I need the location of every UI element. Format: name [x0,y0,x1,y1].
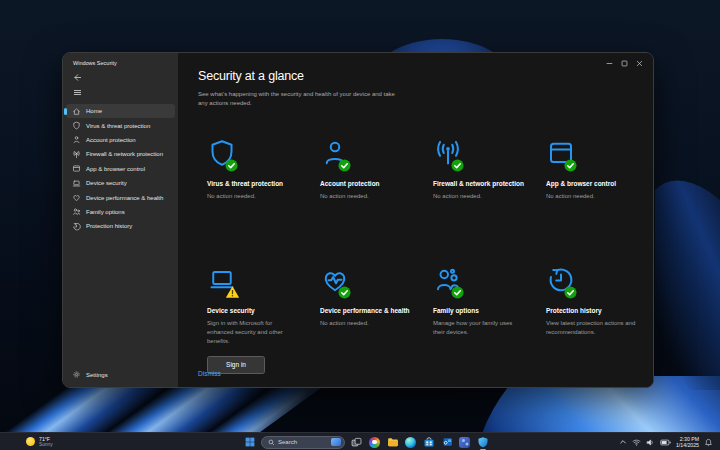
family-icon [72,207,81,216]
notification-bell-button[interactable] [704,438,713,447]
task-view-button[interactable] [350,436,363,449]
taskbar-weather-widget[interactable]: 71°F Sunny [26,436,53,448]
weather-text: 71°F Sunny [39,436,53,448]
sidebar-item-family-options[interactable]: Family options [66,205,175,219]
start-button[interactable] [243,436,256,449]
tile-virus-threat-protection[interactable]: Virus & threat protection No action need… [207,138,302,265]
taskbar-clock[interactable]: 2:30 PM 1/14/2025 [676,436,699,449]
settings-label: Settings [86,372,108,378]
tile-app-browser-control[interactable]: App & browser control No action needed. [546,138,641,265]
windows-security-window: Windows Security Home Virus & threat [62,52,654,388]
sidebar-item-protection-history[interactable]: Protection history [66,219,175,233]
outlook-mail-button[interactable] [440,436,453,449]
tile-status: Manage how your family uses their device… [433,319,525,338]
maximize-button[interactable] [617,58,632,69]
browser-window-icon [546,138,578,172]
check-badge-icon [451,286,464,299]
tile-status: Sign in with Microsoft for enhanced secu… [207,319,299,347]
tray-chevron-button[interactable] [619,438,627,446]
check-badge-icon [564,159,577,172]
tile-status: No action needed. [207,192,299,201]
sidebar-item-label: App & browser control [86,166,145,172]
back-button[interactable] [63,66,85,82]
tile-label: Account protection [320,179,415,189]
sidebar-item-label: Family options [86,209,125,215]
tile-status: No action needed. [546,192,638,201]
security-shield-icon [477,436,489,448]
check-badge-icon [338,286,351,299]
tray-date: 1/14/2025 [676,442,699,449]
taskbar-center: Search [243,435,489,449]
close-button[interactable] [632,58,647,69]
app-window-icon [72,164,81,173]
sidebar-item-label: Protection history [86,223,132,229]
sidebar-item-label: Device performance & health [86,195,163,201]
laptop-icon [72,179,81,188]
system-tray: 2:30 PM 1/14/2025 [619,435,713,449]
tile-label: Family options [433,306,528,316]
sidebar-item-label: Account protection [86,137,136,143]
sidebar-item-account-protection[interactable]: Account protection [66,133,175,147]
edge-browser-button[interactable] [404,436,417,449]
file-explorer-button[interactable] [386,436,399,449]
tile-status: No action needed. [320,319,412,328]
search-icon [268,439,275,446]
sunny-weather-icon [26,437,35,446]
tile-firewall-network-protection[interactable]: Firewall & network protection No action … [433,138,528,265]
history-clock-icon [546,265,578,299]
hamburger-menu-button[interactable] [63,82,85,97]
app-button[interactable] [458,436,471,449]
back-arrow-icon [73,73,85,82]
task-view-icon [351,437,362,448]
home-icon [72,107,81,116]
sidebar-item-virus-threat-protection[interactable]: Virus & threat protection [66,118,175,132]
desktop: Windows Security Home Virus & threat [0,0,720,450]
sidebar-item-device-performance-health[interactable]: Device performance & health [66,190,175,204]
warning-badge-icon [225,285,240,299]
sidebar-item-firewall-network-protection[interactable]: Firewall & network protection [66,147,175,161]
tile-status: No action needed. [320,192,412,201]
tile-status: View latest protection actions and recom… [546,319,638,338]
history-clock-icon [72,222,81,231]
tile-label: Protection history [546,306,641,316]
sidebar-item-home[interactable]: Home [66,104,175,118]
gear-icon [72,370,81,379]
tile-account-protection[interactable]: Account protection No action needed. [320,138,415,265]
hamburger-icon [73,88,85,97]
sidebar-item-app-browser-control[interactable]: App & browser control [66,162,175,176]
person-icon [72,135,81,144]
heart-pulse-icon [320,265,352,299]
tile-label: Firewall & network protection [433,179,528,189]
tile-label: Virus & threat protection [207,179,302,189]
windows-security-app-button[interactable] [476,436,489,449]
weather-condition: Sunny [39,442,53,448]
microsoft-store-button[interactable] [422,436,435,449]
sidebar-item-device-security[interactable]: Device security [66,176,175,190]
edge-icon [405,437,416,448]
window-controls [602,58,647,69]
sidebar-item-label: Firewall & network protection [86,151,163,157]
wifi-icon[interactable] [632,438,641,447]
minimize-button[interactable] [602,58,617,69]
check-badge-icon [451,159,464,172]
taskbar-search-box[interactable]: Search [261,436,345,449]
battery-icon[interactable] [660,438,671,447]
person-icon [320,138,352,172]
heart-pulse-icon [72,193,81,202]
tile-protection-history[interactable]: Protection history View latest protectio… [546,265,641,374]
check-badge-icon [564,286,577,299]
sidebar-item-settings[interactable]: Settings [72,370,108,379]
network-antenna-icon [72,150,81,159]
app-icon [459,437,470,448]
sidebar-item-label: Home [86,108,102,114]
volume-icon[interactable] [646,438,655,447]
shield-icon [72,121,81,130]
tile-family-options[interactable]: Family options Manage how your family us… [433,265,528,374]
tile-label: Device performance & health [320,306,415,316]
family-icon [433,265,465,299]
photos-app-button[interactable] [368,436,381,449]
folder-icon [387,436,399,448]
dismiss-link[interactable]: Dismiss [198,370,221,377]
tile-device-security[interactable]: Device security Sign in with Microsoft f… [207,265,302,374]
tile-device-performance-health[interactable]: Device performance & health No action ne… [320,265,415,374]
